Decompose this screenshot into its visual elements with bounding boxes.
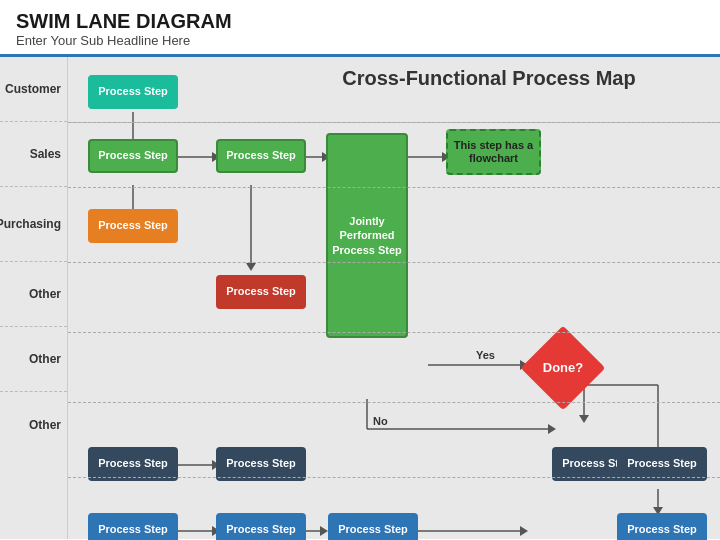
lane-label-other3: Other [0, 392, 67, 457]
diagram-content: Cross-Functional Process Map [68, 57, 720, 539]
app-container: SWIM LANE DIAGRAM Enter Your Sub Headlin… [0, 0, 720, 539]
step-purchasing-1[interactable]: Process Step [88, 209, 178, 243]
step-other3-4[interactable]: Process Step [617, 513, 707, 540]
lane-divider-2 [68, 187, 720, 188]
diagram-area: Customer Sales Purchasing Other Other Ot… [0, 57, 720, 539]
page-title: SWIM LANE DIAGRAM [16, 10, 704, 33]
step-other2-2[interactable]: Process Step [216, 447, 306, 481]
lane-divider-1 [68, 122, 720, 123]
step-sales-3[interactable]: This step has a flowchart [446, 129, 541, 175]
lane-label-purchasing: Purchasing [0, 187, 67, 262]
lane-label-other1: Other [0, 262, 67, 327]
step-sales-2[interactable]: Process Step [216, 139, 306, 173]
lane-label-sales: Sales [0, 122, 67, 187]
step-other3-1[interactable]: Process Step [88, 513, 178, 540]
diamond-shape [521, 325, 606, 410]
step-jointly[interactable]: Jointly Performed Process Step [326, 133, 408, 338]
header: SWIM LANE DIAGRAM Enter Your Sub Headlin… [0, 0, 720, 57]
step-sales-1[interactable]: Process Step [88, 139, 178, 173]
step-other3-3[interactable]: Process Step [328, 513, 418, 540]
step-other2-1[interactable]: Process Step [88, 447, 178, 481]
lane-divider-4 [68, 332, 720, 333]
steps-container: Process Step Process Step Process Step T… [68, 57, 720, 539]
lanes-labels: Customer Sales Purchasing Other Other Ot… [0, 57, 68, 539]
lane-label-customer: Customer [0, 57, 67, 122]
step-other3-2[interactable]: Process Step [216, 513, 306, 540]
lane-label-other2: Other [0, 327, 67, 392]
step-other1-1[interactable]: Process Step [216, 275, 306, 309]
page-subtitle: Enter Your Sub Headline Here [16, 33, 704, 48]
step-customer-1[interactable]: Process Step [88, 75, 178, 109]
step-other2-4[interactable]: Process Step [617, 447, 707, 481]
lane-divider-3 [68, 262, 720, 263]
done-diamond[interactable]: Done? [528, 335, 598, 400]
lane-divider-5 [68, 402, 720, 403]
lane-divider-6 [68, 477, 720, 478]
